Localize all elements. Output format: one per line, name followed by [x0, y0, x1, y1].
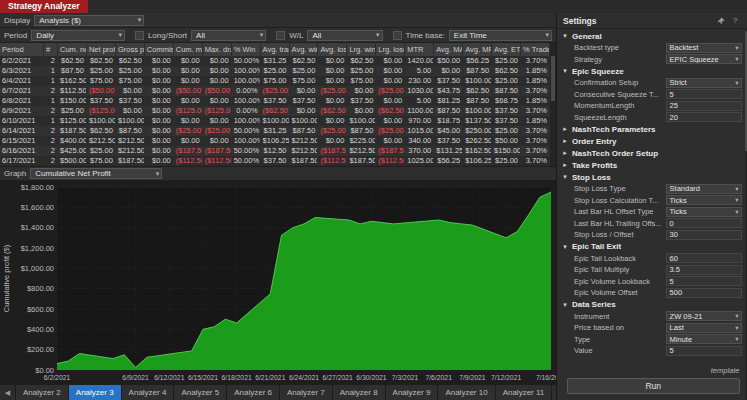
- stop-loss-type-dropdown[interactable]: Standard▾: [666, 184, 742, 194]
- momentumlength-input[interactable]: 25: [666, 101, 742, 111]
- chevron-right-icon[interactable]: ▸: [561, 161, 569, 169]
- chevron-down-icon[interactable]: ▾: [561, 67, 569, 75]
- column-header-commis[interactable]: Commis...: [145, 43, 174, 56]
- column-header-trade[interactable]: % Trade...: [521, 43, 550, 56]
- column-header-cum-ma[interactable]: Cum. ma...: [174, 43, 203, 56]
- tab-analyzer-4[interactable]: Analyzer 4: [122, 385, 175, 400]
- table-cell: 1030.00: [405, 86, 434, 96]
- confirmation-setup-dropdown[interactable]: Strict▾: [666, 78, 742, 88]
- column-header-win[interactable]: % Win: [232, 43, 261, 56]
- column-header-avg-ma[interactable]: Avg. MA...: [434, 43, 463, 56]
- consecutive-squeeze-t-input[interactable]: 5: [666, 89, 742, 99]
- chevron-down-icon[interactable]: ▾: [561, 243, 569, 251]
- table-row[interactable]: 6/3/20211$87.50$25.00$25.00$0.00$0.00$0.…: [0, 66, 550, 76]
- squeezelength-input[interactable]: 20: [666, 112, 742, 122]
- table-row[interactable]: 6/8/20211$150.00$37.50$37.50$0.00$0.00$0…: [0, 96, 550, 106]
- chevron-right-icon[interactable]: ▸: [561, 125, 569, 133]
- title-bar[interactable]: Strategy Analyzer: [0, 0, 747, 13]
- section-data-series[interactable]: ▾Data Series: [561, 299, 742, 311]
- run-button[interactable]: Run: [567, 378, 740, 394]
- graph-type-dropdown[interactable]: Cumulative Net Profit ▾: [30, 168, 162, 179]
- table-cell: $0.00: [347, 106, 376, 116]
- column-header-max-dra[interactable]: Max. dra...: [203, 43, 232, 56]
- epic-volume-offset-input[interactable]: 500: [666, 288, 742, 298]
- column-header-gross-pr[interactable]: Gross pr...: [116, 43, 145, 56]
- table-row[interactable]: 6/9/20212$25.00($125.00)$0.00$0.00($125.…: [0, 106, 550, 116]
- table-cell: ($112.50): [174, 156, 203, 166]
- tab-analyzer-10[interactable]: Analyzer 10: [438, 385, 495, 400]
- epic-tail-lookback-input[interactable]: 60: [666, 253, 742, 263]
- section-order-entry[interactable]: ▸Order Entry: [561, 135, 742, 147]
- chevron-right-icon[interactable]: ▸: [561, 137, 569, 145]
- wl-dropdown[interactable]: All ▾: [307, 30, 382, 41]
- table-cell: $212.50: [116, 146, 145, 156]
- table-row[interactable]: 6/14/20212$187.50$62.50$87.50$0.00($25.0…: [0, 126, 550, 136]
- section-nashtech-parameters[interactable]: ▸NashTech Parameters: [561, 123, 742, 135]
- tab-analyzer-8[interactable]: Analyzer 8: [333, 385, 386, 400]
- period-dropdown[interactable]: Daily ▾: [31, 30, 125, 41]
- tab-analyzer-9[interactable]: Analyzer 9: [386, 385, 439, 400]
- column-header-avg-los[interactable]: Avg. los...: [318, 43, 347, 56]
- type-dropdown[interactable]: Minute▾: [666, 334, 742, 344]
- tab-analyzer-2[interactable]: Analyzer 2: [16, 385, 69, 400]
- column-header-avg-et[interactable]: Avg. ET...: [492, 43, 521, 56]
- column-header-cum-ne[interactable]: Cum. ne...: [58, 43, 87, 56]
- chevron-right-icon[interactable]: ▸: [561, 149, 569, 157]
- table-cell: 1.85%: [521, 116, 550, 126]
- strategy-dropdown[interactable]: EPIC Squeeze▾: [666, 54, 742, 64]
- column-header-avg-trad[interactable]: Avg. trad...: [261, 43, 290, 56]
- table-cell: $0.00: [203, 66, 232, 76]
- stop-loss-offset-input[interactable]: 30: [666, 230, 742, 240]
- section-take-profits[interactable]: ▸Take Profits: [561, 159, 742, 171]
- display-dropdown[interactable]: Analysis ($) ▾: [34, 15, 144, 26]
- column-header-lrg-winn[interactable]: Lrg. winn...: [347, 43, 376, 56]
- table-row[interactable]: 6/15/20212$400.00$212.50$212.50$0.00$0.0…: [0, 136, 550, 146]
- column-header-net-profit[interactable]: Net profit: [87, 43, 116, 56]
- column-header-lrg-lose[interactable]: Lrg. lose...: [376, 43, 405, 56]
- backtest-type-dropdown[interactable]: Backtest▾: [666, 43, 742, 53]
- tab-analyzer-6[interactable]: Analyzer 6: [227, 385, 280, 400]
- value-input[interactable]: 5: [666, 346, 742, 356]
- table-cell: $12.50: [261, 146, 290, 156]
- scrollbar-thumb[interactable]: [551, 56, 555, 101]
- table-row[interactable]: 6/10/20211$125.00$100.00$100.00$0.00$0.0…: [0, 116, 550, 126]
- table-row[interactable]: 6/17/20212$500.00$75.00$187.50$0.00($112…: [0, 156, 550, 166]
- chevron-down-icon[interactable]: ▾: [561, 32, 569, 40]
- table-row[interactable]: 6/2/20212$62.50$62.50$62.50$0.00$0.00$0.…: [0, 56, 550, 66]
- table-row[interactable]: 6/7/20212$112.50($50.00)$0.00$0.00($50.0…: [0, 86, 550, 96]
- chevron-down-icon[interactable]: ▾: [561, 301, 569, 309]
- last-bar-hl-offset-type-dropdown[interactable]: Ticks▾: [666, 207, 742, 217]
- stop-loss-calculation-t-dropdown[interactable]: Ticks▾: [666, 195, 742, 205]
- epic-volume-lookback-input[interactable]: 5: [666, 276, 742, 286]
- section-nashtech-order-setup[interactable]: ▸NashTech Order Setup: [561, 147, 742, 159]
- tab-analyzer-5[interactable]: Analyzer 5: [174, 385, 227, 400]
- section-general[interactable]: ▾General: [561, 30, 742, 42]
- tab-analyzer-11[interactable]: Analyzer 11: [496, 385, 553, 400]
- price-based-on-dropdown[interactable]: Last▾: [666, 323, 742, 333]
- pin-icon[interactable]: [717, 16, 726, 25]
- template-link[interactable]: template: [567, 366, 740, 375]
- table-cell: $0.00: [203, 56, 232, 66]
- table-row[interactable]: 6/16/20212$425.00$25.00$212.50$0.00($187…: [0, 146, 550, 156]
- table-row[interactable]: 6/4/20211$162.50$75.00$75.00$0.00$0.00$0…: [0, 76, 550, 86]
- tab-analyzer-7[interactable]: Analyzer 7: [280, 385, 333, 400]
- column-header-avg-mf[interactable]: Avg. MF...: [463, 43, 492, 56]
- section-stop-loss[interactable]: ▾Stop Loss: [561, 171, 742, 183]
- help-icon[interactable]: ?: [731, 16, 740, 25]
- column-header-avg-win[interactable]: Avg. win: [290, 43, 319, 56]
- longshort-dropdown[interactable]: All ▾: [191, 30, 266, 41]
- chevron-down-icon[interactable]: ▾: [561, 173, 569, 181]
- instrument-dropdown[interactable]: ZW 09-21▾: [666, 311, 742, 321]
- epic-tail-multiply-input[interactable]: 3.5: [666, 265, 742, 275]
- tab-scroll-left[interactable]: ◀: [0, 385, 16, 400]
- last-bar-hl-trailing-offs-input[interactable]: 0: [666, 218, 742, 228]
- column-header-mtr[interactable]: MTR: [405, 43, 434, 56]
- section-epic-squeeze[interactable]: ▾Epic Squeeze: [561, 65, 742, 77]
- timebase-dropdown[interactable]: Exit Time ▾: [449, 30, 552, 41]
- section-epic-tail-exit[interactable]: ▾Epic Tail Exit: [561, 241, 742, 253]
- tab-analyzer-3[interactable]: Analyzer 3: [69, 385, 122, 400]
- table-cell: $100.00: [261, 116, 290, 126]
- timebase-label: Time base:: [406, 31, 445, 40]
- column-header-[interactable]: #: [44, 43, 58, 56]
- column-header-period[interactable]: Period: [0, 43, 44, 56]
